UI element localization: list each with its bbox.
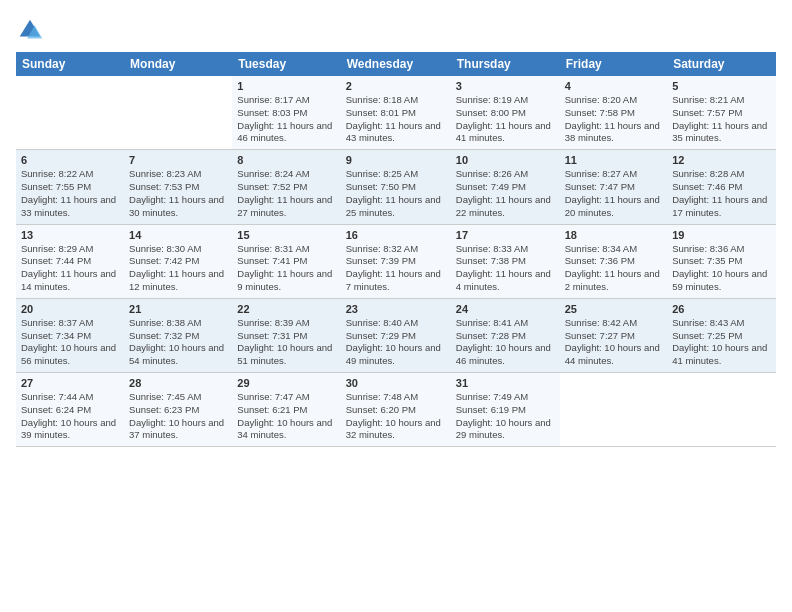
day-info: Sunrise: 8:42 AM Sunset: 7:27 PM Dayligh… — [565, 317, 662, 368]
day-cell: 25Sunrise: 8:42 AM Sunset: 7:27 PM Dayli… — [560, 298, 667, 372]
day-info: Sunrise: 8:23 AM Sunset: 7:53 PM Dayligh… — [129, 168, 227, 219]
header-row: SundayMondayTuesdayWednesdayThursdayFrid… — [16, 52, 776, 76]
day-cell: 18Sunrise: 8:34 AM Sunset: 7:36 PM Dayli… — [560, 224, 667, 298]
day-number: 9 — [346, 154, 446, 166]
day-info: Sunrise: 8:39 AM Sunset: 7:31 PM Dayligh… — [237, 317, 335, 368]
day-info: Sunrise: 8:28 AM Sunset: 7:46 PM Dayligh… — [672, 168, 771, 219]
day-info: Sunrise: 7:48 AM Sunset: 6:20 PM Dayligh… — [346, 391, 446, 442]
day-number: 26 — [672, 303, 771, 315]
day-number: 24 — [456, 303, 555, 315]
day-cell: 27Sunrise: 7:44 AM Sunset: 6:24 PM Dayli… — [16, 373, 124, 447]
day-number: 29 — [237, 377, 335, 389]
day-number: 21 — [129, 303, 227, 315]
day-info: Sunrise: 8:17 AM Sunset: 8:03 PM Dayligh… — [237, 94, 335, 145]
day-info: Sunrise: 8:19 AM Sunset: 8:00 PM Dayligh… — [456, 94, 555, 145]
day-number: 23 — [346, 303, 446, 315]
day-cell: 10Sunrise: 8:26 AM Sunset: 7:49 PM Dayli… — [451, 150, 560, 224]
header — [16, 16, 776, 44]
header-cell-wednesday: Wednesday — [341, 52, 451, 76]
day-number: 31 — [456, 377, 555, 389]
day-cell: 26Sunrise: 8:43 AM Sunset: 7:25 PM Dayli… — [667, 298, 776, 372]
day-number: 17 — [456, 229, 555, 241]
day-info: Sunrise: 8:34 AM Sunset: 7:36 PM Dayligh… — [565, 243, 662, 294]
day-info: Sunrise: 7:45 AM Sunset: 6:23 PM Dayligh… — [129, 391, 227, 442]
day-cell: 31Sunrise: 7:49 AM Sunset: 6:19 PM Dayli… — [451, 373, 560, 447]
day-info: Sunrise: 8:33 AM Sunset: 7:38 PM Dayligh… — [456, 243, 555, 294]
day-number: 27 — [21, 377, 119, 389]
day-info: Sunrise: 8:32 AM Sunset: 7:39 PM Dayligh… — [346, 243, 446, 294]
day-number: 15 — [237, 229, 335, 241]
page: SundayMondayTuesdayWednesdayThursdayFrid… — [0, 0, 792, 612]
day-info: Sunrise: 8:26 AM Sunset: 7:49 PM Dayligh… — [456, 168, 555, 219]
day-cell: 30Sunrise: 7:48 AM Sunset: 6:20 PM Dayli… — [341, 373, 451, 447]
day-number: 3 — [456, 80, 555, 92]
day-number: 8 — [237, 154, 335, 166]
day-cell: 9Sunrise: 8:25 AM Sunset: 7:50 PM Daylig… — [341, 150, 451, 224]
day-number: 30 — [346, 377, 446, 389]
day-number: 22 — [237, 303, 335, 315]
day-info: Sunrise: 8:18 AM Sunset: 8:01 PM Dayligh… — [346, 94, 446, 145]
day-number: 20 — [21, 303, 119, 315]
day-cell: 19Sunrise: 8:36 AM Sunset: 7:35 PM Dayli… — [667, 224, 776, 298]
day-cell: 6Sunrise: 8:22 AM Sunset: 7:55 PM Daylig… — [16, 150, 124, 224]
header-cell-monday: Monday — [124, 52, 232, 76]
logo-icon — [16, 16, 44, 44]
day-cell: 11Sunrise: 8:27 AM Sunset: 7:47 PM Dayli… — [560, 150, 667, 224]
day-cell — [667, 373, 776, 447]
day-info: Sunrise: 8:20 AM Sunset: 7:58 PM Dayligh… — [565, 94, 662, 145]
day-number: 18 — [565, 229, 662, 241]
day-cell: 3Sunrise: 8:19 AM Sunset: 8:00 PM Daylig… — [451, 76, 560, 150]
day-info: Sunrise: 8:40 AM Sunset: 7:29 PM Dayligh… — [346, 317, 446, 368]
day-number: 2 — [346, 80, 446, 92]
day-number: 11 — [565, 154, 662, 166]
day-cell: 2Sunrise: 8:18 AM Sunset: 8:01 PM Daylig… — [341, 76, 451, 150]
day-cell: 20Sunrise: 8:37 AM Sunset: 7:34 PM Dayli… — [16, 298, 124, 372]
day-cell: 23Sunrise: 8:40 AM Sunset: 7:29 PM Dayli… — [341, 298, 451, 372]
day-cell: 16Sunrise: 8:32 AM Sunset: 7:39 PM Dayli… — [341, 224, 451, 298]
day-number: 19 — [672, 229, 771, 241]
day-number: 14 — [129, 229, 227, 241]
day-number: 12 — [672, 154, 771, 166]
day-cell: 8Sunrise: 8:24 AM Sunset: 7:52 PM Daylig… — [232, 150, 340, 224]
day-info: Sunrise: 8:24 AM Sunset: 7:52 PM Dayligh… — [237, 168, 335, 219]
day-info: Sunrise: 8:21 AM Sunset: 7:57 PM Dayligh… — [672, 94, 771, 145]
day-info: Sunrise: 8:22 AM Sunset: 7:55 PM Dayligh… — [21, 168, 119, 219]
header-cell-thursday: Thursday — [451, 52, 560, 76]
day-cell: 13Sunrise: 8:29 AM Sunset: 7:44 PM Dayli… — [16, 224, 124, 298]
day-number: 4 — [565, 80, 662, 92]
day-number: 7 — [129, 154, 227, 166]
day-number: 28 — [129, 377, 227, 389]
day-info: Sunrise: 7:49 AM Sunset: 6:19 PM Dayligh… — [456, 391, 555, 442]
header-cell-friday: Friday — [560, 52, 667, 76]
day-info: Sunrise: 8:27 AM Sunset: 7:47 PM Dayligh… — [565, 168, 662, 219]
day-number: 5 — [672, 80, 771, 92]
day-cell — [16, 76, 124, 150]
day-number: 16 — [346, 229, 446, 241]
header-cell-tuesday: Tuesday — [232, 52, 340, 76]
day-cell: 17Sunrise: 8:33 AM Sunset: 7:38 PM Dayli… — [451, 224, 560, 298]
day-cell: 28Sunrise: 7:45 AM Sunset: 6:23 PM Dayli… — [124, 373, 232, 447]
day-info: Sunrise: 8:38 AM Sunset: 7:32 PM Dayligh… — [129, 317, 227, 368]
day-cell: 29Sunrise: 7:47 AM Sunset: 6:21 PM Dayli… — [232, 373, 340, 447]
header-cell-saturday: Saturday — [667, 52, 776, 76]
day-info: Sunrise: 8:41 AM Sunset: 7:28 PM Dayligh… — [456, 317, 555, 368]
day-cell: 4Sunrise: 8:20 AM Sunset: 7:58 PM Daylig… — [560, 76, 667, 150]
day-cell: 12Sunrise: 8:28 AM Sunset: 7:46 PM Dayli… — [667, 150, 776, 224]
logo — [16, 16, 48, 44]
day-cell: 5Sunrise: 8:21 AM Sunset: 7:57 PM Daylig… — [667, 76, 776, 150]
day-cell — [560, 373, 667, 447]
calendar-table: SundayMondayTuesdayWednesdayThursdayFrid… — [16, 52, 776, 447]
week-row-3: 13Sunrise: 8:29 AM Sunset: 7:44 PM Dayli… — [16, 224, 776, 298]
day-info: Sunrise: 7:44 AM Sunset: 6:24 PM Dayligh… — [21, 391, 119, 442]
day-number: 25 — [565, 303, 662, 315]
day-number: 10 — [456, 154, 555, 166]
week-row-4: 20Sunrise: 8:37 AM Sunset: 7:34 PM Dayli… — [16, 298, 776, 372]
week-row-2: 6Sunrise: 8:22 AM Sunset: 7:55 PM Daylig… — [16, 150, 776, 224]
day-info: Sunrise: 8:25 AM Sunset: 7:50 PM Dayligh… — [346, 168, 446, 219]
day-info: Sunrise: 8:30 AM Sunset: 7:42 PM Dayligh… — [129, 243, 227, 294]
day-cell: 7Sunrise: 8:23 AM Sunset: 7:53 PM Daylig… — [124, 150, 232, 224]
header-cell-sunday: Sunday — [16, 52, 124, 76]
day-cell — [124, 76, 232, 150]
day-info: Sunrise: 8:36 AM Sunset: 7:35 PM Dayligh… — [672, 243, 771, 294]
day-info: Sunrise: 8:31 AM Sunset: 7:41 PM Dayligh… — [237, 243, 335, 294]
